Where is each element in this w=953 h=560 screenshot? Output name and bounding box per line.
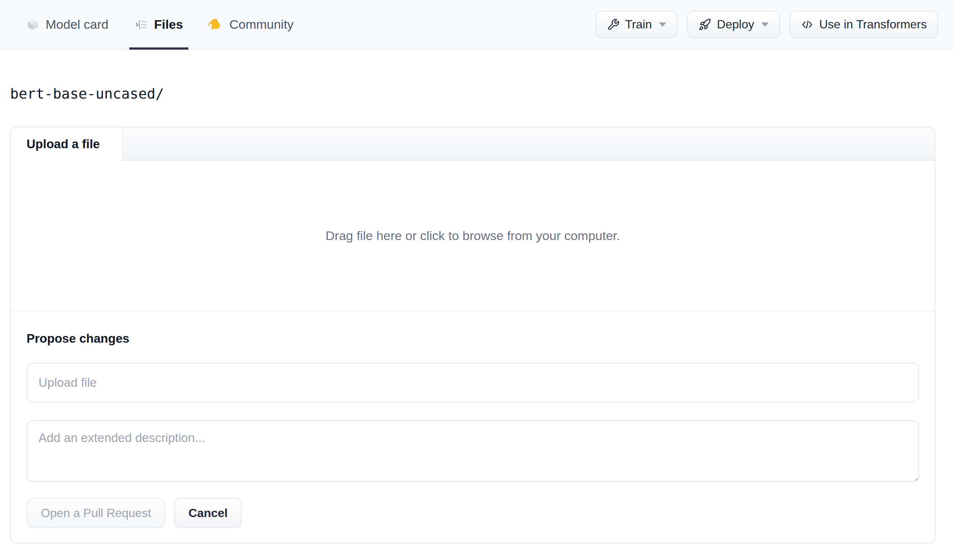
repo-tabs: Model card Files — [21, 0, 299, 49]
dropzone-hint-text: Drag file here or click to browse from y… — [326, 229, 620, 243]
propose-changes-heading: Propose changes — [26, 331, 919, 346]
use-in-transformers-button[interactable]: Use in Transformers — [790, 11, 938, 39]
repo-main-content: bert-base-uncased/ Upload a file Drag fi… — [0, 50, 953, 544]
rocket-icon — [698, 18, 711, 31]
tab-files[interactable]: Files — [129, 0, 188, 49]
upload-card-tab-bar: Upload a file — [11, 127, 935, 161]
button-label: Use in Transformers — [819, 17, 927, 31]
button-label: Deploy — [717, 17, 754, 31]
chevron-down-icon — [761, 22, 769, 27]
tab-label: Files — [154, 17, 183, 32]
cube-icon — [26, 18, 40, 31]
cancel-button[interactable]: Cancel — [174, 498, 242, 528]
extended-description-textarea[interactable] — [26, 420, 919, 482]
open-pull-request-button[interactable]: Open a Pull Request — [26, 498, 165, 528]
code-icon — [801, 18, 813, 31]
button-label: Train — [625, 17, 652, 31]
propose-actions-row: Open a Pull Request Cancel — [26, 498, 919, 528]
tab-model-card[interactable]: Model card — [21, 0, 113, 49]
propose-changes-section: Propose changes Open a Pull Request Canc… — [11, 311, 935, 543]
breadcrumb[interactable]: bert-base-uncased/ — [10, 85, 164, 102]
upload-file-input[interactable] — [26, 363, 919, 402]
deploy-button[interactable]: Deploy — [687, 11, 780, 39]
repo-header-bar: Model card Files — [0, 0, 953, 50]
tab-bar-filler — [122, 127, 935, 161]
tab-label: Model card — [46, 17, 109, 32]
file-dropzone[interactable]: Drag file here or click to browse from y… — [11, 161, 935, 311]
waving-hand-icon — [209, 17, 224, 32]
repo-action-buttons: Train Deploy — [596, 0, 938, 49]
upload-card: Upload a file Drag file here or click to… — [10, 127, 936, 544]
tab-label: Community — [230, 17, 294, 32]
file-list-icon — [135, 18, 148, 31]
train-button[interactable]: Train — [596, 11, 678, 39]
chevron-down-icon — [659, 22, 666, 27]
tab-upload-a-file[interactable]: Upload a file — [11, 127, 122, 161]
tab-community[interactable]: Community — [204, 0, 299, 49]
wrench-icon — [607, 18, 619, 31]
